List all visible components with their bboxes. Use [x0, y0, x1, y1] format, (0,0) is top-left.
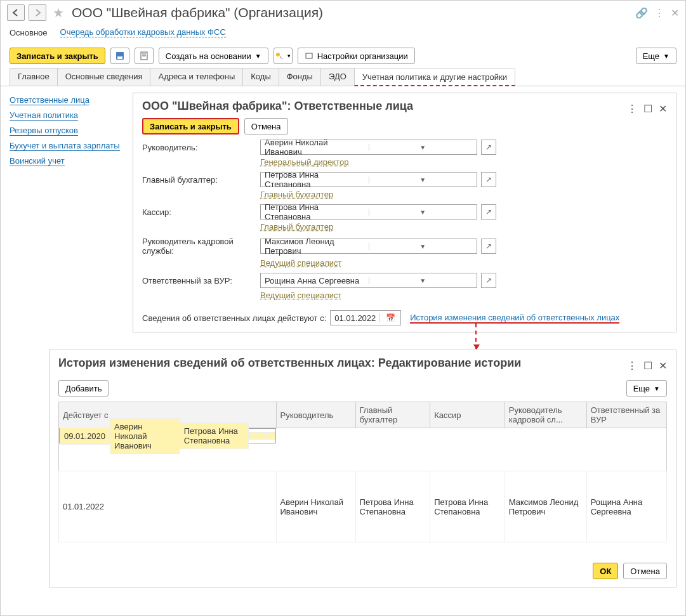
panel2-more-button[interactable]: Еще▼ [626, 380, 667, 396]
history-panel: История изменения сведений об ответствен… [49, 350, 676, 587]
tab-codes[interactable]: Коды [242, 68, 279, 86]
position-link[interactable]: Ведущий специалист [260, 291, 342, 300]
col-header[interactable]: Руководитель [276, 402, 355, 428]
subhead-main[interactable]: Основное [10, 28, 48, 37]
person-select[interactable]: Петрова Инна Степановна▼ [260, 204, 477, 220]
panel1-max-icon[interactable]: ☐ [643, 103, 652, 115]
svg-rect-6 [306, 53, 312, 58]
panel1-save-close[interactable]: Записать и закрыть [142, 118, 239, 134]
nav-reserves[interactable]: Резервы отпусков [10, 126, 78, 136]
save-close-button[interactable]: Записать и закрыть [10, 48, 105, 64]
save-button[interactable] [110, 48, 129, 64]
field-label: Руководитель кадровой службы: [142, 237, 260, 256]
more-icon[interactable]: ⋮ [654, 7, 664, 19]
dropdown-icon[interactable]: ▼ [369, 144, 477, 151]
col-header[interactable]: Руководитель кадровой сл... [505, 402, 586, 428]
open-button[interactable]: ↗ [481, 204, 496, 220]
date-input[interactable]: 01.01.2022📅 [330, 310, 401, 325]
panel2-title: История изменения сведений об ответствен… [58, 357, 521, 370]
person-select[interactable]: Петрова Инна Степановна▼ [260, 172, 477, 187]
nav-policy[interactable]: Учетная политика [10, 110, 78, 121]
position-link[interactable]: Ведущий специалист [260, 258, 342, 268]
table-row[interactable]: 09.01.2020Аверин Николай ИвановичПетрова… [59, 428, 276, 443]
panel1-title: ООО "Швейная фабрика": Ответственные лиц… [142, 100, 413, 113]
more-button[interactable]: Еще▼ [636, 48, 676, 64]
responsible-panel: ООО "Швейная фабрика": Ответственные лиц… [133, 93, 676, 332]
tab-general[interactable]: Основные сведения [57, 68, 151, 86]
history-table: Действует сРуководительГлавный бухгалтер… [58, 402, 667, 542]
nav-accounting[interactable]: Бухучет и выплата зарплаты [10, 141, 120, 151]
close-icon[interactable]: ✕ [671, 7, 679, 19]
field-label: Главный бухгалтер: [142, 175, 260, 185]
panel1-cancel[interactable]: Отмена [244, 118, 288, 134]
col-header[interactable]: Кассир [430, 402, 505, 428]
dropdown-icon[interactable]: ▼ [369, 209, 477, 216]
panel2-close-icon[interactable]: ✕ [659, 360, 667, 372]
tab-main[interactable]: Главное [10, 68, 58, 86]
doc-button[interactable] [135, 48, 154, 64]
attach-button[interactable]: ▾ [274, 48, 293, 64]
history-link[interactable]: История изменения сведений об ответствен… [410, 313, 619, 324]
panel2-more-icon[interactable]: ⋮ [627, 360, 637, 372]
open-button[interactable]: ↗ [481, 172, 496, 187]
panel2-max-icon[interactable]: ☐ [643, 360, 652, 372]
forward-button[interactable] [29, 4, 46, 21]
col-header[interactable]: Главный бухгалтер [355, 402, 430, 428]
open-button[interactable]: ↗ [481, 239, 496, 254]
dropdown-icon[interactable]: ▼ [369, 277, 477, 284]
star-icon[interactable]: ★ [53, 5, 64, 20]
tab-addresses[interactable]: Адреса и телефоны [150, 68, 243, 86]
svg-point-5 [276, 53, 280, 56]
back-button[interactable] [7, 4, 25, 21]
tab-funds[interactable]: Фонды [279, 68, 321, 86]
person-select[interactable]: Рощина Анна Сергеевна▼ [260, 273, 477, 288]
position-link[interactable]: Главный бухгалтер [260, 222, 333, 232]
create-based-button[interactable]: Создать на основании▼ [159, 48, 268, 64]
col-header[interactable]: Ответственный за ВУР [586, 402, 666, 428]
tab-bar: Главное Основные сведения Адреса и телеф… [1, 68, 685, 86]
dropdown-icon[interactable]: ▼ [369, 243, 477, 250]
table-row[interactable]: 01.01.2022Аверин Николай ИвановичПетрова… [59, 471, 667, 542]
position-link[interactable]: Главный бухгалтер [260, 190, 333, 199]
position-link[interactable]: Генеральный директор [260, 157, 348, 167]
field-label: Ответственный за ВУР: [142, 276, 260, 285]
person-select[interactable]: Аверин Николай Иванович▼ [260, 140, 477, 155]
person-select[interactable]: Максимов Леонид Петрович▼ [260, 239, 477, 254]
panel1-more-icon[interactable]: ⋮ [627, 103, 637, 115]
field-label: Руководитель: [142, 143, 260, 152]
nav-responsible[interactable]: Ответственные лица [10, 95, 89, 105]
svg-rect-1 [117, 56, 122, 59]
nav-military[interactable]: Воинский учет [10, 156, 65, 166]
tab-edo[interactable]: ЭДО [320, 68, 355, 86]
dropdown-icon[interactable]: ▼ [369, 176, 477, 183]
page-title: ООО "Швейная фабрика" (Организация) [72, 5, 323, 20]
tab-policy[interactable]: Учетная политика и другие настройки [354, 69, 515, 86]
date-label: Сведения об ответственных лицах действую… [142, 313, 326, 323]
open-button[interactable]: ↗ [481, 273, 496, 288]
panel2-cancel-button[interactable]: Отмена [623, 563, 667, 579]
annotation-arrow-v [475, 324, 477, 349]
field-label: Кассир: [142, 207, 260, 217]
link-icon[interactable]: 🔗 [635, 7, 648, 19]
panel1-close-icon[interactable]: ✕ [659, 103, 667, 115]
ok-button[interactable]: ОК [593, 563, 618, 579]
org-settings-button[interactable]: Настройки организации [298, 48, 415, 64]
calendar-icon[interactable]: 📅 [379, 313, 400, 322]
subhead-queue-link[interactable]: Очередь обработки кадровых данных ФСС [60, 27, 226, 37]
add-button[interactable]: Добавить [58, 380, 109, 396]
open-button[interactable]: ↗ [481, 140, 496, 155]
